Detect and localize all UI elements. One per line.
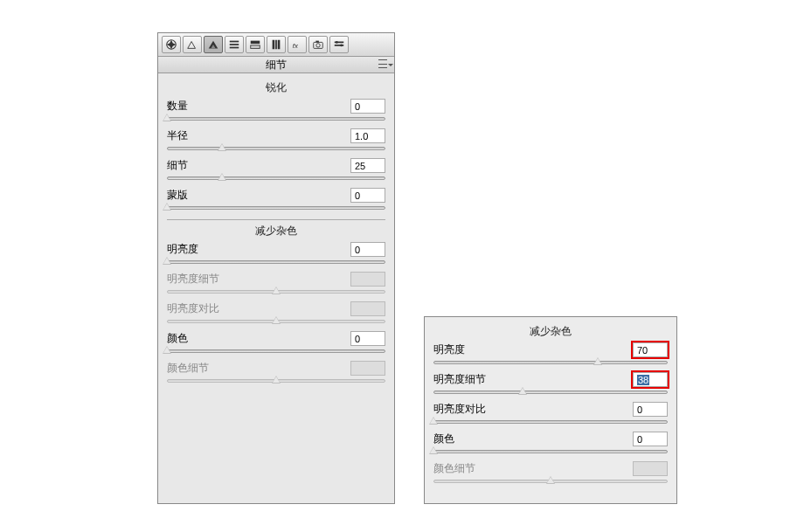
presets-icon[interactable] xyxy=(329,36,349,53)
svg-rect-1 xyxy=(230,41,239,43)
thumb-luminance-contrast xyxy=(272,316,281,325)
slider-detail: 细节 25 xyxy=(167,156,385,183)
histogram-icon[interactable] xyxy=(183,36,202,53)
value-mask[interactable]: 0 xyxy=(350,188,385,203)
side-value-color-detail xyxy=(633,461,668,476)
svg-text:fx: fx xyxy=(293,42,299,50)
section-noise-title: 减少杂色 xyxy=(167,224,385,238)
section-divider xyxy=(167,219,385,220)
side-section-title: 减少杂色 xyxy=(433,324,668,339)
svg-rect-12 xyxy=(315,41,319,43)
value-color[interactable]: 0 xyxy=(350,331,385,346)
label-amount: 数量 xyxy=(167,99,188,114)
side-track-color[interactable] xyxy=(433,447,668,456)
panel-body: 锐化 数量 0 半径 1.0 细节 25 xyxy=(158,73,394,394)
side-value-luminance-contrast[interactable]: 0 xyxy=(633,402,668,417)
slider-luminance-contrast: 明亮度对比 xyxy=(167,300,385,326)
track-luminance-detail xyxy=(167,287,385,296)
side-slider-color: 颜色 0 xyxy=(433,430,668,456)
fx-icon[interactable]: fx xyxy=(288,36,307,53)
panel-toolbar: fx xyxy=(158,33,394,57)
detail-icon[interactable] xyxy=(204,36,223,53)
thumb-luminance-detail xyxy=(272,287,281,295)
label-color: 颜色 xyxy=(167,331,188,346)
thumb-color-detail xyxy=(272,376,281,384)
track-detail[interactable] xyxy=(167,174,385,183)
svg-rect-5 xyxy=(251,45,260,49)
value-luminance-contrast xyxy=(350,301,385,316)
value-color-detail xyxy=(350,361,385,376)
slider-amount: 数量 0 xyxy=(167,97,385,123)
section-sharpen-title: 锐化 xyxy=(167,80,385,95)
slider-radius: 半径 1.0 xyxy=(167,127,385,153)
slider-color-detail: 颜色细节 xyxy=(167,359,385,385)
svg-point-15 xyxy=(336,41,338,44)
svg-point-16 xyxy=(340,45,343,47)
side-track-luminance-contrast[interactable] xyxy=(433,418,668,426)
svg-rect-4 xyxy=(251,41,260,45)
slider-mask: 蒙版 0 xyxy=(167,186,385,212)
svg-rect-6 xyxy=(273,40,275,50)
track-radius[interactable] xyxy=(167,144,385,153)
label-luminance-detail: 明亮度细节 xyxy=(167,272,219,287)
lens-icon[interactable] xyxy=(267,36,286,53)
side-value-color[interactable]: 0 xyxy=(633,432,668,446)
split-icon[interactable] xyxy=(246,36,265,53)
side-label-color: 颜色 xyxy=(433,432,454,446)
side-slider-luminance-contrast: 明亮度对比 0 xyxy=(433,400,668,426)
side-label-color-detail: 颜色细节 xyxy=(433,461,475,476)
side-value-luminance-detail[interactable]: 38 xyxy=(633,372,668,387)
tab-row: 细节 xyxy=(158,57,394,73)
svg-rect-7 xyxy=(275,40,277,50)
side-thumb-luminance[interactable] xyxy=(593,357,602,366)
tab-title: 细节 xyxy=(266,58,287,73)
side-label-luminance-detail: 明亮度细节 xyxy=(433,372,486,387)
noise-reduce-panel: 减少杂色 明亮度 70 明亮度细节 38 明亮度对比 0 xyxy=(424,316,677,504)
detail-panel: fx 细节 锐化 数量 0 半径 1.0 xyxy=(157,32,395,504)
track-luminance[interactable] xyxy=(167,258,385,266)
side-slider-color-detail: 颜色细节 xyxy=(433,459,668,486)
thumb-color[interactable] xyxy=(163,346,171,355)
slider-luminance: 明亮度 0 xyxy=(167,240,385,266)
label-mask: 蒙版 xyxy=(167,188,188,203)
side-slider-luminance: 明亮度 70 xyxy=(433,341,668,367)
side-track-color-detail xyxy=(433,477,668,486)
value-luminance-detail xyxy=(350,272,385,287)
side-label-luminance-contrast: 明亮度对比 xyxy=(433,402,486,417)
thumb-luminance[interactable] xyxy=(163,257,171,266)
value-luminance[interactable]: 0 xyxy=(350,242,385,257)
svg-rect-2 xyxy=(230,44,239,45)
slider-luminance-detail: 明亮度细节 xyxy=(167,270,385,296)
aperture-icon[interactable] xyxy=(162,36,181,53)
label-luminance-contrast: 明亮度对比 xyxy=(167,301,219,316)
track-luminance-contrast xyxy=(167,317,385,326)
track-mask[interactable] xyxy=(167,204,385,212)
label-color-detail: 颜色细节 xyxy=(167,361,209,376)
side-thumb-color[interactable] xyxy=(429,446,438,455)
hsl-icon[interactable] xyxy=(225,36,244,53)
side-thumb-luminance-contrast[interactable] xyxy=(429,417,438,425)
value-amount[interactable]: 0 xyxy=(350,99,385,114)
track-amount[interactable] xyxy=(167,114,385,123)
label-luminance: 明亮度 xyxy=(167,242,198,257)
slider-color: 颜色 0 xyxy=(167,329,385,356)
thumb-radius[interactable] xyxy=(218,143,226,152)
thumb-detail[interactable] xyxy=(218,173,226,182)
side-value-luminance[interactable]: 70 xyxy=(633,342,668,357)
side-track-luminance[interactable] xyxy=(433,358,668,367)
panel-menu-icon[interactable] xyxy=(378,59,389,68)
camera-icon[interactable] xyxy=(308,36,328,53)
label-detail: 细节 xyxy=(167,158,188,173)
svg-rect-8 xyxy=(278,40,281,50)
svg-rect-3 xyxy=(230,47,239,49)
side-thumb-luminance-detail[interactable] xyxy=(518,387,527,396)
thumb-amount[interactable] xyxy=(163,114,171,122)
side-track-luminance-detail[interactable] xyxy=(433,388,668,397)
value-radius[interactable]: 1.0 xyxy=(350,128,385,143)
side-slider-luminance-detail: 明亮度细节 38 xyxy=(433,370,668,397)
svg-point-11 xyxy=(316,44,320,47)
thumb-mask[interactable] xyxy=(163,203,171,211)
label-radius: 半径 xyxy=(167,128,188,143)
track-color[interactable] xyxy=(167,347,385,356)
value-detail[interactable]: 25 xyxy=(350,158,385,173)
